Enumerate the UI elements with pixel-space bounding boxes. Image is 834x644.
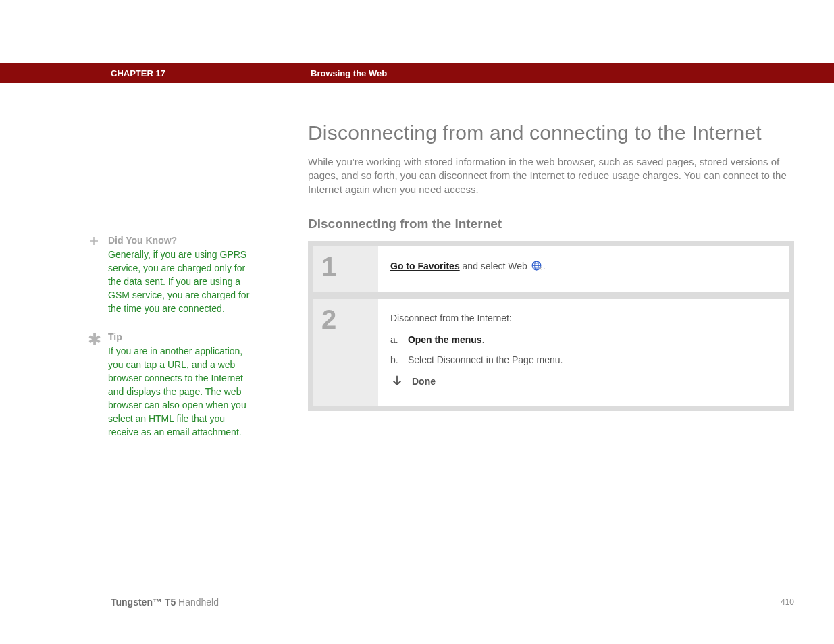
plus-icon <box>88 235 108 315</box>
step2-lead: Disconnect from the Internet: <box>390 313 777 323</box>
did-you-know-title: Did You Know? <box>108 235 250 246</box>
footer-product-rest: Handheld <box>176 597 219 608</box>
intro-paragraph: While you're working with stored informa… <box>308 155 794 196</box>
sidebar: Did You Know? Generally, if you are usin… <box>88 235 263 456</box>
footer-product: Tungsten™ T5 Handheld <box>111 597 219 608</box>
page-title: Disconnecting from and connecting to the… <box>308 122 794 144</box>
substep-a: a. Open the menus. <box>390 334 777 345</box>
step-row-1: 1 Go to Favorites and select Web . <box>313 246 789 292</box>
tip-body: If you are in another application, you c… <box>108 345 250 439</box>
substep-a-tail: . <box>482 334 485 345</box>
main-content: Disconnecting from and connecting to the… <box>308 122 794 411</box>
substep-a-letter: a. <box>390 334 405 345</box>
footer: Tungsten™ T5 Handheld 410 <box>111 597 794 608</box>
asterisk-icon: ✱ <box>88 331 108 439</box>
open-the-menus-link[interactable]: Open the menus <box>408 334 482 345</box>
chapter-topic: Browsing the Web <box>311 68 387 78</box>
tip-title: Tip <box>108 331 250 342</box>
substep-b-letter: b. <box>390 354 405 365</box>
step-number-1: 1 <box>321 253 378 280</box>
arrow-down-icon <box>390 375 404 388</box>
steps-container: 1 Go to Favorites and select Web . 2 Dis… <box>308 241 794 411</box>
web-globe-icon <box>531 260 542 271</box>
step-row-2: 2 Disconnect from the Internet: a. Open … <box>313 299 789 406</box>
section-title: Disconnecting from the Internet <box>308 217 794 232</box>
did-you-know-block: Did You Know? Generally, if you are usin… <box>88 235 263 315</box>
go-to-favorites-link[interactable]: Go to Favorites <box>390 261 460 271</box>
footer-product-bold: Tungsten™ T5 <box>111 597 176 608</box>
did-you-know-body: Generally, if you are using GPRS service… <box>108 248 250 315</box>
substep-b-text: Select Disconnect in the Page menu. <box>408 354 563 365</box>
tip-block: ✱ Tip If you are in another application,… <box>88 331 263 439</box>
chapter-header-bar: CHAPTER 17 Browsing the Web <box>0 63 834 83</box>
step-number-2: 2 <box>321 306 378 333</box>
page-number: 410 <box>781 597 794 607</box>
step1-text: and select Web <box>460 261 530 271</box>
chapter-number: CHAPTER 17 <box>111 68 311 78</box>
done-row: Done <box>390 375 777 388</box>
substep-b: b. Select Disconnect in the Page menu. <box>390 354 777 365</box>
step1-tail: . <box>543 261 546 271</box>
done-label: Done <box>412 376 436 387</box>
footer-divider <box>88 589 794 589</box>
